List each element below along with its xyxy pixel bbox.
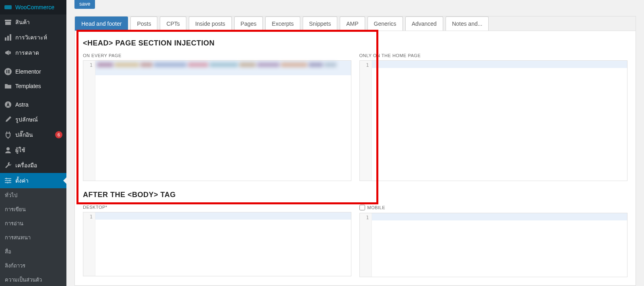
submenu-privacy[interactable]: ความเป็นส่วนตัว: [0, 273, 66, 286]
svg-rect-4: [7, 36, 9, 41]
svg-rect-5: [10, 34, 11, 41]
label-desktop: DESKTOP*: [83, 205, 351, 210]
mobile-checkbox[interactable]: [359, 205, 365, 210]
admin-sidebar: WooCommerce สินค้า การวิเคราะห์ การตลาด …: [0, 0, 66, 286]
line-gutter: 1: [360, 213, 372, 277]
svg-rect-10: [8, 72, 10, 73]
tab-amp[interactable]: AMP: [340, 16, 365, 31]
line-gutter: 1: [83, 61, 95, 181]
sidebar-item-analytics[interactable]: การวิเคราะห์: [0, 30, 66, 45]
sidebar-label: Templates: [15, 83, 62, 89]
plug-icon: [4, 131, 12, 139]
tab-inside-posts[interactable]: Inside posts: [189, 16, 232, 31]
svg-point-18: [7, 182, 8, 183]
label-every-page: ON EVERY PAGE: [83, 53, 351, 58]
code-editor-head-every-page[interactable]: 1: [83, 60, 351, 181]
archive-icon: [4, 18, 12, 26]
sidebar-label: สินค้า: [15, 18, 62, 27]
svg-rect-3: [5, 37, 6, 41]
section-head-injection-title: <HEAD> PAGE SECTION INJECTION: [83, 39, 627, 47]
settings-panel: <HEAD> PAGE SECTION INJECTION ON EVERY P…: [74, 31, 636, 286]
sidebar-item-settings[interactable]: ตั้งค่า: [0, 173, 66, 188]
plugin-update-badge: 6: [55, 131, 62, 138]
folder-icon: [4, 82, 12, 90]
submenu-media[interactable]: สื่อ: [0, 245, 66, 259]
sidebar-item-marketing[interactable]: การตลาด: [0, 45, 66, 60]
tab-notes[interactable]: Notes and...: [446, 16, 489, 31]
line-gutter: 1: [83, 212, 95, 276]
label-mobile: MOBILE: [367, 205, 386, 210]
tab-posts[interactable]: Posts: [130, 16, 157, 31]
svg-point-16: [6, 178, 7, 179]
tab-head-footer[interactable]: Head and footer: [75, 16, 128, 31]
svg-point-12: [6, 147, 10, 150]
section-body-tag-title: AFTER THE <BODY> TAG: [83, 191, 627, 199]
tab-generics[interactable]: Generics: [367, 16, 403, 31]
brush-icon: [4, 115, 12, 123]
submenu-general[interactable]: ทั่วไป: [0, 188, 66, 202]
svg-rect-9: [8, 71, 10, 72]
sidebar-label: ผู้ใช้: [15, 146, 62, 154]
tab-snippets[interactable]: Snippets: [303, 16, 337, 31]
sidebar-item-products[interactable]: สินค้า: [0, 14, 66, 30]
woo-icon: [4, 3, 12, 11]
submenu-reading[interactable]: การอ่าน: [0, 216, 66, 230]
code-editor-body-mobile[interactable]: 1: [359, 213, 628, 277]
elementor-icon: [4, 68, 12, 76]
svg-point-17: [9, 180, 10, 181]
astra-icon: [4, 101, 12, 109]
sidebar-item-appearance[interactable]: รูปลักษณ์: [0, 112, 66, 127]
line-gutter: 1: [360, 61, 372, 181]
sidebar-item-tools[interactable]: เครื่องมือ: [0, 158, 66, 173]
main-content: save Head and footer Posts CPTs Inside p…: [66, 0, 644, 286]
sidebar-label: ปลั๊กอิน: [15, 130, 52, 139]
sidebar-label: WooCommerce: [15, 4, 62, 10]
label-home-page: ONLY ON THE HOME PAGE: [359, 53, 628, 58]
wrench-icon: [4, 161, 12, 169]
tab-cpts[interactable]: CPTs: [160, 16, 186, 31]
sidebar-item-templates[interactable]: Templates: [0, 79, 66, 93]
svg-rect-7: [6, 70, 7, 73]
sidebar-item-elementor[interactable]: Elementor: [0, 64, 66, 79]
sidebar-label: เครื่องมือ: [15, 161, 62, 170]
obscured-code: [96, 62, 350, 75]
submenu-permalinks[interactable]: ลิงก์ถาวร: [0, 259, 66, 273]
svg-rect-0: [4, 5, 12, 9]
tab-pages[interactable]: Pages: [234, 16, 263, 31]
sidebar-label: รูปลักษณ์: [15, 115, 62, 124]
code-editor-body-desktop[interactable]: 1: [83, 212, 351, 276]
tabs-container: Head and footer Posts CPTs Inside posts …: [74, 16, 636, 31]
sidebar-label: ตั้งค่า: [15, 176, 62, 185]
save-button[interactable]: save: [74, 0, 95, 9]
sidebar-item-users[interactable]: ผู้ใช้: [0, 142, 66, 158]
sidebar-label: การตลาด: [15, 48, 62, 57]
sidebar-label: Elementor: [15, 68, 62, 75]
sidebar-label: Astra: [15, 101, 62, 108]
megaphone-icon: [4, 49, 12, 57]
sidebar-item-plugins[interactable]: ปลั๊กอิน 6: [0, 127, 66, 142]
code-editor-head-home[interactable]: 1: [359, 60, 628, 181]
svg-rect-8: [8, 70, 10, 71]
svg-rect-2: [5, 22, 11, 25]
tab-excerpts[interactable]: Excerpts: [265, 16, 300, 31]
sidebar-item-woocommerce[interactable]: WooCommerce: [0, 0, 66, 14]
settings-submenu: ทั่วไป การเขียน การอ่าน การสนทนา สื่อ ลิ…: [0, 188, 66, 286]
user-icon: [4, 146, 12, 154]
sidebar-item-astra[interactable]: Astra: [0, 97, 66, 112]
submenu-discussion[interactable]: การสนทนา: [0, 230, 66, 245]
sidebar-label: การวิเคราะห์: [15, 33, 62, 42]
svg-rect-1: [5, 20, 11, 21]
submenu-writing[interactable]: การเขียน: [0, 202, 66, 216]
chart-icon: [4, 33, 12, 41]
tab-advanced[interactable]: Advanced: [405, 16, 443, 31]
sliders-icon: [4, 177, 12, 185]
